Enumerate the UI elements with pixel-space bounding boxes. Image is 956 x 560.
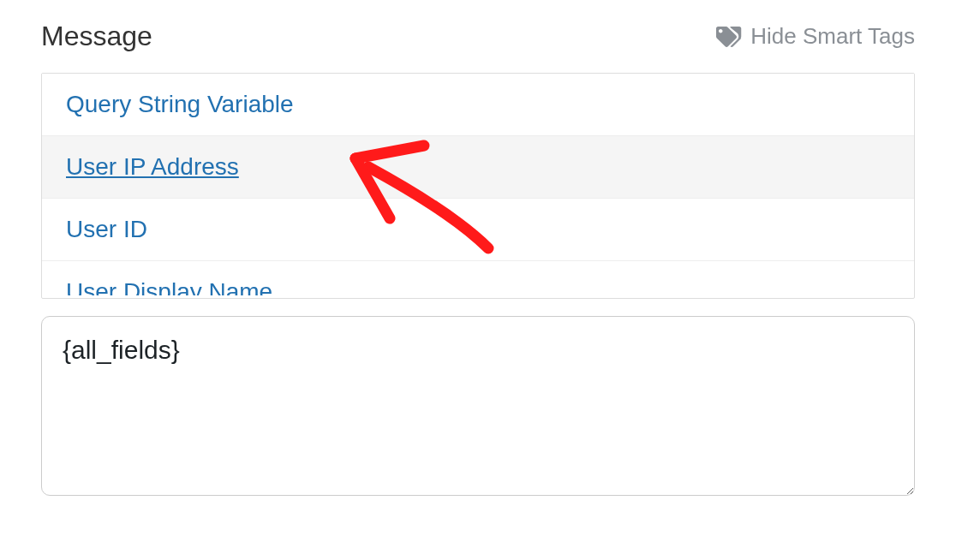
message-body-wrap: {all_fields}	[41, 316, 915, 499]
message-textarea[interactable]: {all_fields}	[41, 316, 915, 496]
section-title: Message	[41, 21, 152, 52]
smart-tag-link[interactable]: User Display Name	[66, 278, 272, 295]
hide-smart-tags-toggle[interactable]: Hide Smart Tags	[716, 23, 915, 50]
smart-tag-link[interactable]: Query String Variable	[66, 91, 294, 117]
smart-tag-item-partial[interactable]: User Display Name	[42, 261, 914, 295]
smart-tag-link[interactable]: User ID	[66, 216, 147, 242]
tags-icon	[716, 27, 742, 47]
smart-tags-list: Query String Variable User IP Address Us…	[41, 73, 915, 299]
smart-tag-item-user-ip[interactable]: User IP Address	[42, 136, 914, 199]
smart-tag-item-user-id[interactable]: User ID	[42, 199, 914, 261]
smart-tag-item-query-string[interactable]: Query String Variable	[42, 74, 914, 136]
hide-smart-tags-label: Hide Smart Tags	[750, 23, 915, 50]
message-header: Message Hide Smart Tags	[41, 21, 915, 52]
smart-tag-link[interactable]: User IP Address	[66, 153, 239, 180]
